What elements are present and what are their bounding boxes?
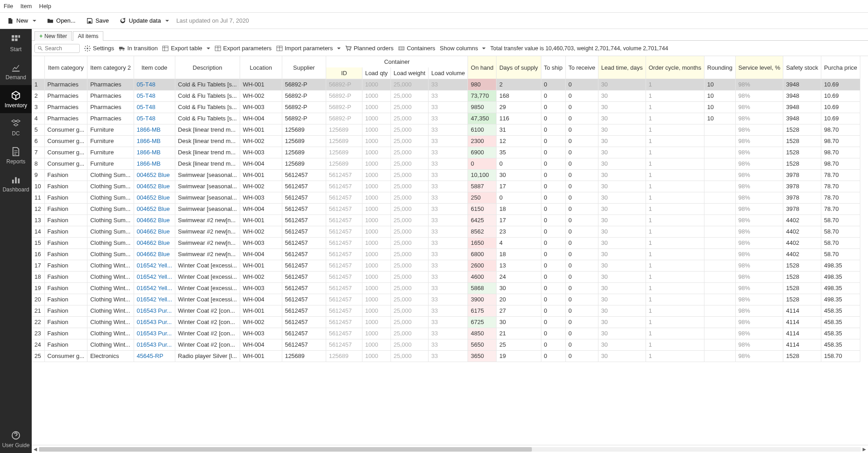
- th-on-hand[interactable]: On hand: [468, 56, 497, 79]
- cell-container-id[interactable]: 125689: [326, 158, 362, 169]
- cell-service-level[interactable]: 98%: [735, 237, 783, 248]
- cell-purchase-price[interactable]: 98.70: [821, 124, 860, 135]
- cell-to-ship[interactable]: 0: [541, 328, 565, 339]
- th-rownum[interactable]: [32, 56, 44, 79]
- cell-order-cycle[interactable]: 1: [646, 260, 704, 271]
- rownum[interactable]: 6: [32, 135, 44, 147]
- cell-lead-time[interactable]: 30: [598, 181, 646, 192]
- table-row[interactable]: 25Consumer g...Electronics45645-RPRadio …: [32, 350, 860, 362]
- cell-load-volume[interactable]: 33: [428, 215, 468, 226]
- cell-supplier[interactable]: 5612457: [282, 215, 326, 226]
- cell-item-code[interactable]: 05-T48: [134, 101, 175, 113]
- scroll-left-icon[interactable]: ◀: [32, 447, 39, 452]
- cell-on-hand[interactable]: 3900: [468, 294, 497, 305]
- cell-load-weight[interactable]: 25,000: [391, 113, 428, 124]
- cell-load-weight[interactable]: 25,000: [391, 248, 428, 260]
- cell-to-ship[interactable]: 0: [541, 226, 565, 237]
- cell-supplier[interactable]: 5612457: [282, 305, 326, 316]
- cell-location[interactable]: WH-004: [240, 203, 282, 215]
- cell-load-volume[interactable]: 33: [428, 328, 468, 339]
- cell-item-code[interactable]: 004662 Blue: [134, 237, 175, 248]
- cell-load-qty[interactable]: 1000: [362, 158, 391, 169]
- cell-lead-time[interactable]: 30: [598, 226, 646, 237]
- cell-supplier[interactable]: 125689: [282, 147, 326, 158]
- new-button[interactable]: New: [4, 15, 40, 26]
- cell-load-volume[interactable]: 33: [428, 124, 468, 135]
- cell-safety-stock[interactable]: 1528: [783, 271, 821, 282]
- cell-category2[interactable]: Clothing Wint...: [87, 316, 134, 328]
- cell-order-cycle[interactable]: 1: [646, 90, 704, 101]
- cell-location[interactable]: WH-003: [240, 192, 282, 203]
- cell-description[interactable]: Desk [linear trend m...: [175, 147, 240, 158]
- table-row[interactable]: 24FashionClothing Wint...016543 Pur...Wi…: [32, 339, 860, 350]
- th-service-level[interactable]: Service level, %: [735, 56, 783, 79]
- show-columns-button[interactable]: Show columns: [440, 45, 486, 52]
- cell-item-code[interactable]: 004662 Blue: [134, 226, 175, 237]
- cell-rounding[interactable]: [704, 282, 736, 294]
- rownum[interactable]: 5: [32, 124, 44, 135]
- cell-rounding[interactable]: [704, 192, 736, 203]
- search-input[interactable]: [45, 45, 77, 52]
- cell-item-code[interactable]: 016543 Pur...: [134, 328, 175, 339]
- cell-to-ship[interactable]: 0: [541, 215, 565, 226]
- cell-location[interactable]: WH-001: [240, 124, 282, 135]
- cell-lead-time[interactable]: 30: [598, 169, 646, 181]
- cell-description[interactable]: Cold & Flu Tablets [s...: [175, 79, 240, 90]
- cell-safety-stock[interactable]: 3978: [783, 203, 821, 215]
- cell-order-cycle[interactable]: 1: [646, 169, 704, 181]
- cell-purchase-price[interactable]: 78.70: [821, 169, 860, 181]
- cell-days-supply[interactable]: 168: [497, 90, 541, 101]
- cell-lead-time[interactable]: 30: [598, 328, 646, 339]
- update-data-button[interactable]: Update data: [116, 15, 173, 26]
- cell-load-qty[interactable]: 1000: [362, 305, 391, 316]
- cell-category2[interactable]: Clothing Sum...: [87, 203, 134, 215]
- cell-to-ship[interactable]: 0: [541, 316, 565, 328]
- rownum[interactable]: 15: [32, 237, 44, 248]
- cell-to-receive[interactable]: 0: [565, 101, 598, 113]
- cell-safety-stock[interactable]: 4402: [783, 237, 821, 248]
- cell-category2[interactable]: Pharmacies: [87, 79, 134, 90]
- cell-category2[interactable]: Clothing Sum...: [87, 181, 134, 192]
- cell-load-weight[interactable]: 25,000: [391, 215, 428, 226]
- cell-to-receive[interactable]: 0: [565, 226, 598, 237]
- rownum[interactable]: 1: [32, 79, 44, 90]
- cell-service-level[interactable]: 98%: [735, 350, 783, 362]
- table-row[interactable]: 14FashionClothing Sum...004662 BlueSwimw…: [32, 226, 860, 237]
- cell-rounding[interactable]: [704, 328, 736, 339]
- cell-load-weight[interactable]: 25,000: [391, 294, 428, 305]
- cell-to-receive[interactable]: 0: [565, 192, 598, 203]
- table-row[interactable]: 22FashionClothing Wint...016543 Pur...Wi…: [32, 316, 860, 328]
- cell-service-level[interactable]: 98%: [735, 226, 783, 237]
- cell-description[interactable]: Winter Coat #2 [con...: [175, 305, 240, 316]
- rownum[interactable]: 9: [32, 169, 44, 181]
- cell-safety-stock[interactable]: 1528: [783, 135, 821, 147]
- cell-category[interactable]: Fashion: [44, 169, 87, 181]
- cell-on-hand[interactable]: 73,770: [468, 90, 497, 101]
- open-button[interactable]: Open...: [43, 15, 79, 26]
- cell-load-weight[interactable]: 25,000: [391, 260, 428, 271]
- table-row[interactable]: 17FashionClothing Wint...016542 Yell...W…: [32, 260, 860, 271]
- cell-location[interactable]: WH-002: [240, 316, 282, 328]
- cell-description[interactable]: Swimwear #2 new[n...: [175, 237, 240, 248]
- cell-load-qty[interactable]: 1000: [362, 350, 391, 362]
- cell-to-ship[interactable]: 0: [541, 158, 565, 169]
- cell-item-code[interactable]: 45645-RP: [134, 350, 175, 362]
- cell-days-supply[interactable]: 4: [497, 237, 541, 248]
- cell-rounding[interactable]: 10: [704, 79, 736, 90]
- cell-to-ship[interactable]: 0: [541, 124, 565, 135]
- cell-load-volume[interactable]: 33: [428, 135, 468, 147]
- cell-location[interactable]: WH-002: [240, 90, 282, 101]
- cell-load-qty[interactable]: 1000: [362, 248, 391, 260]
- rownum[interactable]: 25: [32, 350, 44, 362]
- cell-supplier[interactable]: 5612457: [282, 339, 326, 350]
- th-load-qty[interactable]: Load qty: [362, 67, 391, 79]
- cell-service-level[interactable]: 98%: [735, 135, 783, 147]
- cell-description[interactable]: Desk [linear trend m...: [175, 135, 240, 147]
- import-params-button[interactable]: Import parameters: [276, 45, 341, 52]
- cell-on-hand[interactable]: 8562: [468, 226, 497, 237]
- cell-description[interactable]: Winter Coat #2 [con...: [175, 328, 240, 339]
- cell-load-qty[interactable]: 1000: [362, 215, 391, 226]
- table-row[interactable]: 15FashionClothing Sum...004662 BlueSwimw…: [32, 237, 860, 248]
- cell-days-supply[interactable]: 17: [497, 181, 541, 192]
- cell-purchase-price[interactable]: 458.35: [821, 339, 860, 350]
